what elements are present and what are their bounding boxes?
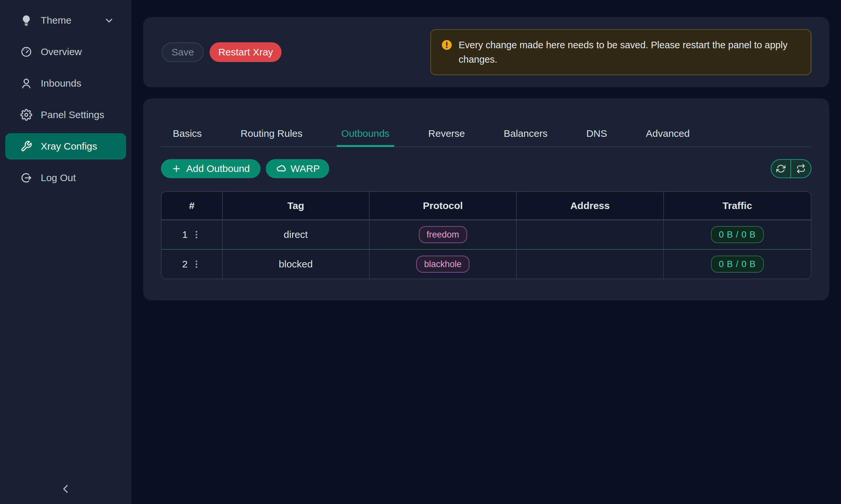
tag-cell: direct xyxy=(223,220,370,249)
sidebar-item-overview[interactable]: Overview xyxy=(5,39,126,65)
gear-icon xyxy=(20,109,32,121)
column-header-traffic: Traffic xyxy=(664,192,811,219)
save-button[interactable]: Save xyxy=(161,42,204,62)
column-header-address: Address xyxy=(517,192,664,219)
column-header-protocol: Protocol xyxy=(370,192,517,219)
lightbulb-icon xyxy=(20,15,32,26)
num-cell: 2 xyxy=(161,250,223,278)
logout-icon xyxy=(20,172,32,184)
tab-outbounds[interactable]: Outbounds xyxy=(337,123,394,147)
tab-dns[interactable]: DNS xyxy=(582,123,612,147)
tab-routing-rules[interactable]: Routing Rules xyxy=(236,123,307,147)
cloud-icon xyxy=(275,163,286,174)
xray-config-card: Basics Routing Rules Outbounds Reverse B… xyxy=(143,98,829,300)
tab-advanced[interactable]: Advanced xyxy=(641,123,694,147)
address-cell xyxy=(517,220,664,249)
toolbar-card: Save Restart Xray Every change made here… xyxy=(143,17,829,87)
sidebar-item-log-out[interactable]: Log Out xyxy=(5,165,126,191)
tab-reverse[interactable]: Reverse xyxy=(424,123,470,147)
add-outbound-button[interactable]: Add Outbound xyxy=(161,159,260,178)
warning-icon xyxy=(441,39,453,51)
repeat-icon xyxy=(796,164,806,173)
plus-icon xyxy=(171,164,181,174)
row-number: 2 xyxy=(182,258,188,270)
wrench-icon xyxy=(20,141,32,152)
sidebar-collapse-button[interactable] xyxy=(58,481,73,497)
protocol-cell: freedom xyxy=(370,220,517,249)
tag-cell: blocked xyxy=(223,250,370,278)
row-menu-icon[interactable] xyxy=(191,230,201,239)
protocol-badge: blackhole xyxy=(416,256,469,273)
warning-alert: Every change made here needs to be saved… xyxy=(430,29,811,75)
chevron-down-icon xyxy=(104,15,114,25)
warning-alert-text: Every change made here needs to be saved… xyxy=(459,38,801,67)
config-tabs: Basics Routing Rules Outbounds Reverse B… xyxy=(161,98,811,147)
table-header: # Tag Protocol Address Traffic xyxy=(161,192,811,219)
chevron-left-icon xyxy=(59,482,72,496)
sidebar-item-label: Theme xyxy=(41,15,71,26)
refresh-icon xyxy=(776,164,786,173)
add-outbound-label: Add Outbound xyxy=(186,163,250,174)
column-header-num: # xyxy=(161,192,223,219)
main-content: Save Restart Xray Every change made here… xyxy=(132,0,841,504)
tab-balancers[interactable]: Balancers xyxy=(499,123,552,147)
warp-label: WARP xyxy=(291,163,320,174)
address-cell xyxy=(517,250,664,278)
traffic-badge: 0 B / 0 B xyxy=(711,256,764,273)
warp-button[interactable]: WARP xyxy=(266,159,329,178)
row-menu-icon[interactable] xyxy=(191,259,201,269)
gauge-icon xyxy=(20,46,32,58)
refresh-button[interactable] xyxy=(771,160,791,178)
table-row: 1 direct freedom 0 B / 0 B xyxy=(161,219,811,249)
sidebar-item-theme[interactable]: Theme xyxy=(5,7,126,34)
sidebar-item-panel-settings[interactable]: Panel Settings xyxy=(5,102,126,128)
actions-row: Add Outbound WARP xyxy=(161,159,811,178)
sidebar-item-xray-configs[interactable]: Xray Configs xyxy=(5,133,126,160)
user-icon xyxy=(20,77,32,89)
restart-xray-button[interactable]: Restart Xray xyxy=(210,42,281,62)
sidebar-item-label: Panel Settings xyxy=(41,109,104,121)
tab-basics[interactable]: Basics xyxy=(168,123,206,147)
table-row: 2 blocked blackhole 0 B / 0 B xyxy=(161,249,811,278)
reset-traffic-button[interactable] xyxy=(791,160,811,178)
outbounds-table: # Tag Protocol Address Traffic 1 direct … xyxy=(161,191,811,279)
traffic-badge: 0 B / 0 B xyxy=(711,226,764,243)
row-number: 1 xyxy=(182,229,188,240)
table-tools-group xyxy=(771,159,811,178)
column-header-tag: Tag xyxy=(223,192,370,219)
protocol-cell: blackhole xyxy=(370,250,517,278)
num-cell: 1 xyxy=(161,220,223,249)
sidebar: Theme Overview Inbounds xyxy=(0,0,132,504)
traffic-cell: 0 B / 0 B xyxy=(664,250,811,278)
sidebar-item-label: Inbounds xyxy=(41,78,81,89)
traffic-cell: 0 B / 0 B xyxy=(664,220,811,249)
sidebar-item-label: Log Out xyxy=(41,172,76,183)
protocol-badge: freedom xyxy=(419,226,467,243)
sidebar-item-label: Xray Configs xyxy=(41,141,97,152)
sidebar-item-inbounds[interactable]: Inbounds xyxy=(5,70,126,96)
sidebar-item-label: Overview xyxy=(41,46,82,57)
